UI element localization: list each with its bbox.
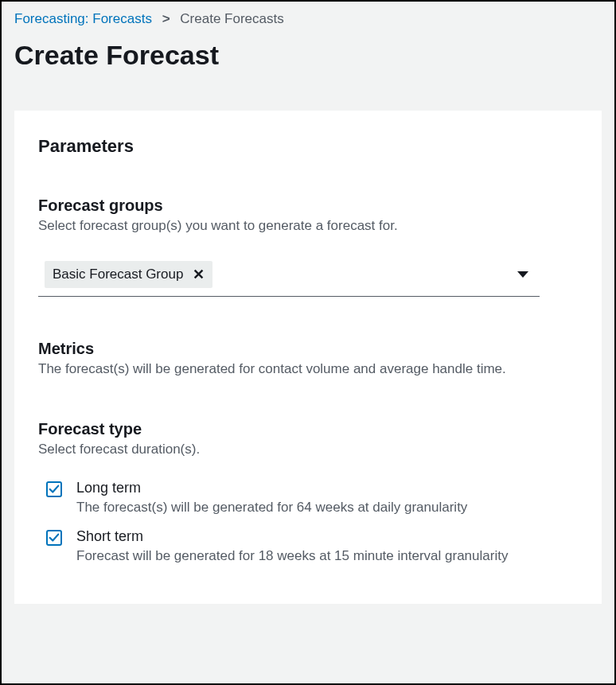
parameters-panel: Parameters Forecast groups Select foreca… <box>14 111 602 604</box>
breadcrumb-separator-icon: > <box>162 11 170 26</box>
page-title: Create Forecast <box>2 33 614 111</box>
metrics-section: Metrics The forecast(s) will be generate… <box>38 340 578 377</box>
forecast-option-short-term: Short term Forecast will be generated fo… <box>46 528 578 564</box>
metrics-heading: Metrics <box>38 340 578 358</box>
forecast-groups-help: Select forecast group(s) you want to gen… <box>38 218 578 234</box>
checkbox-content: Long term The forecast(s) will be genera… <box>76 480 578 516</box>
panel-title: Parameters <box>38 136 578 157</box>
selected-group-chip: Basic Forecast Group ✕ <box>45 261 212 288</box>
chevron-down-icon[interactable] <box>517 271 528 278</box>
check-icon <box>49 532 60 543</box>
option-label: Short term <box>76 528 578 545</box>
forecast-type-section: Forecast type Select forecast duration(s… <box>38 420 578 564</box>
checkbox-long-term[interactable] <box>46 481 62 497</box>
forecast-groups-section: Forecast groups Select forecast group(s)… <box>38 197 578 297</box>
check-icon <box>49 484 60 495</box>
metrics-help: The forecast(s) will be generated for co… <box>38 361 578 377</box>
option-label: Long term <box>76 480 578 496</box>
forecast-groups-select[interactable]: Basic Forecast Group ✕ <box>38 256 540 297</box>
forecast-groups-heading: Forecast groups <box>38 197 578 215</box>
forecast-type-help: Select forecast duration(s). <box>38 442 578 457</box>
chip-label: Basic Forecast Group <box>53 267 183 282</box>
breadcrumb-current: Create Forecasts <box>180 11 283 26</box>
forecast-type-options: Long term The forecast(s) will be genera… <box>38 480 578 564</box>
checkbox-content: Short term Forecast will be generated fo… <box>76 528 578 564</box>
breadcrumb-root-link[interactable]: Forecasting: Forecasts <box>14 11 152 26</box>
option-description: The forecast(s) will be generated for 64… <box>76 500 578 516</box>
forecast-option-long-term: Long term The forecast(s) will be genera… <box>46 480 578 516</box>
option-description: Forecast will be generated for 18 weeks … <box>76 548 578 564</box>
close-icon[interactable]: ✕ <box>193 266 205 283</box>
breadcrumb: Forecasting: Forecasts > Create Forecast… <box>2 2 614 33</box>
forecast-type-heading: Forecast type <box>38 420 578 438</box>
checkbox-short-term[interactable] <box>46 530 62 546</box>
